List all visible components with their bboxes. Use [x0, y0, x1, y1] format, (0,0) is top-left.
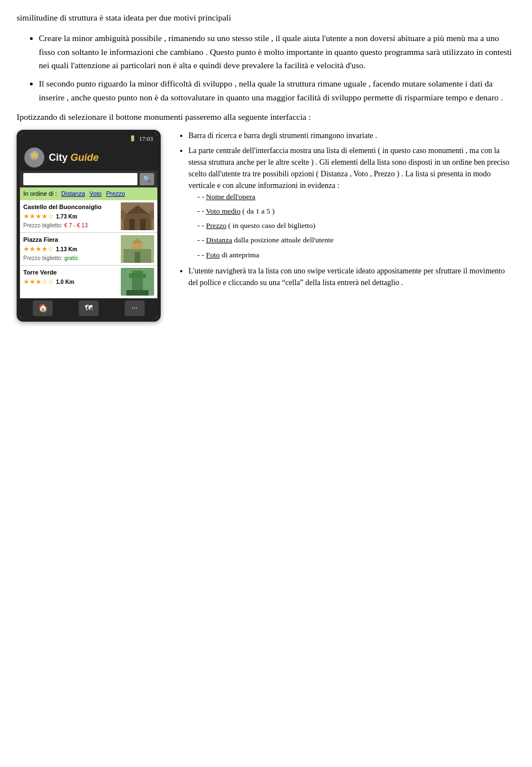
distance-2: 1.13 Km: [56, 245, 77, 253]
app-logo: [24, 148, 44, 167]
sub-bullet-list: - Nome dell'opera - Voto medio ( da 1 a …: [197, 191, 515, 261]
sub-nome-label: Nome dell'opera: [206, 192, 255, 201]
map-button[interactable]: 🗺: [79, 301, 99, 316]
svg-rect-9: [150, 211, 154, 219]
app-title-city: City: [49, 152, 70, 163]
battery-icon: 🔋: [129, 134, 136, 143]
sub-item-foto: - Foto di anteprima: [197, 250, 515, 261]
sub-foto-label: Foto: [206, 251, 220, 259]
two-column-section: 🔋 17:03 City Guide: [17, 130, 515, 322]
sort-option-prezzo[interactable]: Prezzo: [106, 189, 125, 199]
phone-screen: 🔋 17:03 City Guide: [20, 133, 157, 318]
phone-status-bar: 🔋 17:03: [20, 133, 157, 145]
svg-rect-8: [121, 211, 125, 219]
svg-rect-12: [132, 243, 143, 249]
svg-rect-18: [126, 290, 149, 296]
svg-rect-17: [129, 273, 146, 278]
app-header: City Guide: [20, 144, 157, 171]
price-label-1: Prezzo biglietto:: [23, 222, 64, 228]
price-label-2: Prezzo biglietto:: [23, 255, 64, 261]
right-bullet-1: Barra di ricerca e barra degli strumenti…: [188, 130, 515, 141]
sub-voto-label: Voto medio: [206, 207, 241, 215]
main-bullet-list: Creare la minor ambiguità possibile , ri…: [39, 32, 515, 105]
monument-name-3: Torre Verde: [23, 268, 117, 277]
monument-info-1: Castello del Buonconsiglio ★★★★☆ 1.73 Km…: [23, 202, 117, 230]
right-bullet-2: La parte centrale dell'interfaccia mostr…: [188, 145, 515, 261]
monument-row-2: Piazza Fiera ★★★★☆ 1.13 Km Prezzo biglie…: [23, 235, 154, 263]
monument-item-1[interactable]: Castello del Buonconsiglio ★★★★☆ 1.73 Km…: [20, 200, 157, 233]
search-input[interactable]: [23, 173, 137, 185]
price-value-1: € 7 - € 13: [64, 222, 88, 228]
monument-name-2: Piazza Fiera: [23, 235, 117, 245]
price-row-1: Prezzo biglietto: € 7 - € 13: [23, 221, 117, 230]
right-bullet-1-text: Barra di ricerca e barra degli strumenti…: [188, 131, 377, 140]
phone-bottom-bar: 🏠 🗺 ···: [20, 298, 157, 318]
sort-bar: In ordine di : Distanza Voto Prezzo: [20, 187, 157, 200]
distance-1: 1.73 Km: [56, 212, 77, 221]
search-button[interactable]: 🔍: [140, 173, 154, 185]
svg-rect-4: [124, 214, 151, 230]
right-bullet-3: L'utente navigherà tra la lista con uno …: [188, 265, 515, 288]
stars-3: ★★★☆☆: [23, 277, 54, 287]
bullet-item-2: Il secondo punto riguardo la minor diffi…: [39, 77, 515, 105]
stars-row-2: ★★★★☆ 1.13 Km: [23, 244, 117, 254]
monument-thumb-2: [121, 235, 154, 263]
svg-rect-2: [33, 160, 35, 163]
svg-rect-5: [129, 219, 135, 230]
more-button[interactable]: ···: [125, 301, 145, 316]
monument-thumb-1: [121, 202, 154, 230]
monument-info-3: Torre Verde ★★★☆☆ 1.0 Km: [23, 268, 117, 287]
monument-thumb-3: [121, 268, 154, 296]
phone-column: 🔋 17:03 City Guide: [17, 130, 166, 322]
svg-rect-6: [140, 219, 146, 230]
monument-name-1: Castello del Buonconsiglio: [23, 202, 117, 212]
bullet-item-1: Creare la minor ambiguità possibile , ri…: [39, 32, 515, 73]
stars-row-1: ★★★★☆ 1.73 Km: [23, 211, 117, 221]
sub-item-distanza: - Distanza dalla posizione attuale dell'…: [197, 235, 515, 246]
sort-option-voto[interactable]: Voto: [89, 189, 101, 199]
monument-info-2: Piazza Fiera ★★★★☆ 1.13 Km Prezzo biglie…: [23, 235, 117, 263]
sort-option-distanza[interactable]: Distanza: [62, 189, 85, 199]
transition-text: Ipotizzando di selezionare il bottone mo…: [17, 110, 515, 124]
monument-item-2[interactable]: Piazza Fiera ★★★★☆ 1.13 Km Prezzo biglie…: [20, 233, 157, 266]
app-title-guide: Guide: [70, 152, 99, 163]
home-button[interactable]: 🏠: [33, 301, 53, 316]
right-bullet-3-text: L'utente navigherà tra la lista con uno …: [188, 267, 505, 287]
distance-3: 1.0 Km: [56, 278, 74, 286]
phone-mockup: 🔋 17:03 City Guide: [17, 130, 161, 322]
sub-item-nome: - Nome dell'opera: [197, 191, 515, 202]
sort-label: In ordine di :: [23, 189, 57, 199]
stars-row-3: ★★★☆☆ 1.0 Km: [23, 277, 117, 287]
stars-1: ★★★★☆: [23, 211, 54, 221]
app-title: City Guide: [49, 150, 99, 165]
intro-text: similitudine di struttura è stata ideata…: [17, 11, 515, 25]
price-value-2: gratis: [64, 255, 78, 261]
monument-row-3: Torre Verde ★★★☆☆ 1.0 Km: [23, 268, 154, 296]
right-column: Barra di ricerca e barra degli strumenti…: [177, 130, 515, 322]
sub-item-prezzo: - Prezzo ( in questo caso del biglietto): [197, 220, 515, 231]
price-row-2: Prezzo biglietto: gratis: [23, 254, 117, 262]
right-bullet-list: Barra di ricerca e barra degli strumenti…: [188, 130, 515, 288]
monument-row-1: Castello del Buonconsiglio ★★★★☆ 1.73 Km…: [23, 202, 154, 230]
search-bar[interactable]: 🔍: [20, 171, 157, 187]
sub-distanza-label: Distanza: [206, 236, 232, 244]
sub-item-voto: - Voto medio ( da 1 a 5 ): [197, 206, 515, 217]
stars-2: ★★★★☆: [23, 244, 54, 254]
right-bullet-2-text: La parte centrale dell'interfaccia mostr…: [188, 146, 509, 190]
bullet2-text: Il secondo punto riguardo la minor diffi…: [39, 79, 503, 102]
monument-item-3[interactable]: Torre Verde ★★★☆☆ 1.0 Km: [20, 266, 157, 298]
time-display: 17:03: [139, 134, 153, 144]
sub-prezzo-label: Prezzo: [206, 221, 227, 230]
svg-rect-14: [135, 252, 140, 263]
